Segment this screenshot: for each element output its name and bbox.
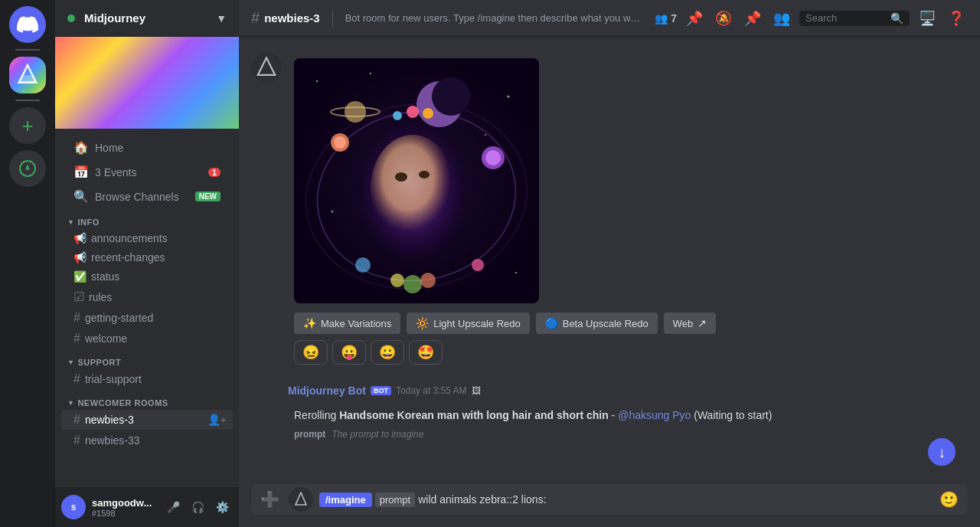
reaction-star-eyes[interactable]: 🤩: [409, 340, 443, 365]
category-support[interactable]: ▼ SUPPORT: [55, 355, 239, 368]
input-user-avatar: [289, 487, 313, 512]
members-icon: 👥: [655, 12, 668, 25]
channel-announcements[interactable]: 📢 announcements: [61, 229, 233, 247]
channel-recent-changes[interactable]: 📢 recent-changes: [61, 248, 233, 267]
server-dropdown-arrow: ▼: [216, 12, 227, 25]
svg-point-26: [407, 106, 419, 118]
headphones-button[interactable]: 🎧: [187, 496, 208, 518]
light-upscale-icon: 🔆: [416, 317, 429, 329]
svg-point-6: [370, 73, 371, 74]
members-count: 👥 7: [655, 12, 677, 25]
user-tag: #1598: [92, 509, 156, 518]
user-info: samgoodw... #1598: [92, 497, 156, 518]
svg-point-2: [26, 167, 29, 170]
home-nav-item[interactable]: 🏠 Home: [61, 136, 233, 159]
home-icon: 🏠: [74, 140, 89, 155]
add-user-icon[interactable]: 👤+: [207, 414, 227, 426]
message-meta-row: Midjourney Bot BOT Today at 3:55 AM 🖼: [288, 385, 481, 397]
svg-point-7: [485, 134, 486, 136]
svg-point-8: [332, 211, 334, 213]
add-server-icon[interactable]: +: [9, 107, 46, 144]
channel-list: 🏠 Home 📅 3 Events 1 🔍 Browse Channels NE…: [55, 129, 239, 487]
svg-point-17: [472, 259, 484, 271]
monitor-icon[interactable]: 🖥️: [916, 7, 939, 30]
online-indicator: [67, 15, 75, 22]
web-button[interactable]: Web ↗: [664, 313, 717, 334]
attach-icon[interactable]: ➕: [257, 484, 283, 515]
server-divider: [15, 49, 40, 51]
settings-button[interactable]: ⚙️: [211, 496, 233, 518]
announce-icon-2: 📢: [74, 251, 87, 264]
bookmark-icon[interactable]: 📌: [741, 7, 764, 30]
members-list-icon[interactable]: 👥: [770, 7, 793, 30]
category-info[interactable]: ▼ INFO: [55, 214, 239, 228]
dnd-icon[interactable]: 🔕: [712, 7, 735, 30]
reaction-smile[interactable]: 😀: [371, 340, 404, 365]
scroll-arrow-icon: ↓: [938, 444, 946, 461]
channel-welcome[interactable]: # welcome: [61, 329, 233, 349]
channel-name-label: newbies-3: [264, 11, 320, 25]
svg-point-15: [485, 150, 501, 165]
support-arrow: ▼: [67, 358, 74, 366]
channel-newbies-3[interactable]: # newbies-3 👤+: [61, 410, 233, 430]
emoji-reactions: 😖 😛 😀 🤩: [294, 340, 968, 365]
svg-point-28: [423, 108, 433, 119]
prompt-hint-text: The prompt to imagine: [332, 429, 423, 440]
announce-icon: 📢: [74, 232, 87, 244]
search-input[interactable]: [805, 12, 886, 24]
svg-point-13: [334, 136, 346, 149]
search-icon: 🔍: [890, 12, 903, 25]
hash-icon-rules: ☑: [74, 290, 84, 304]
midjourney-bot-avatar: [251, 52, 282, 83]
reroll-message: Rerolling Handsome Korean man with long …: [239, 408, 980, 423]
reaction-tired[interactable]: 😖: [294, 340, 328, 365]
message-preview-row: Midjourney Bot BOT Today at 3:55 AM 🖼: [239, 374, 980, 408]
mention-link[interactable]: @haksung Pyo: [618, 409, 691, 421]
server-header[interactable]: Midjourney ▼: [55, 0, 239, 37]
message-input[interactable]: [418, 493, 933, 506]
bot-author-name[interactable]: Midjourney Bot: [288, 385, 366, 397]
browse-channels-nav-item[interactable]: 🔍 Browse Channels NEW: [61, 185, 233, 208]
server-name: Midjourney: [84, 11, 145, 25]
explore-servers-icon[interactable]: [9, 150, 46, 187]
newcomer-arrow: ▼: [67, 399, 74, 407]
emoji-picker-icon[interactable]: 🙂: [936, 484, 962, 515]
svg-point-16: [355, 257, 371, 273]
category-newcomer[interactable]: ▼ NEWCOMER ROOMS: [55, 395, 239, 409]
channel-newbies-33[interactable]: # newbies-33: [61, 430, 233, 450]
input-content: /imagine prompt: [319, 486, 933, 513]
browse-new-badge: NEW: [195, 191, 220, 201]
discord-home-icon[interactable]: [9, 6, 46, 43]
message-content-1: ✨ Make Variations 🔆 Light Upscale Redo 🔵…: [294, 52, 968, 365]
midjourney-avatar-2: [251, 375, 282, 406]
svg-point-24: [395, 172, 407, 182]
message-group-1: ✨ Make Variations 🔆 Light Upscale Redo 🔵…: [239, 49, 980, 368]
svg-point-27: [393, 111, 402, 120]
mic-button[interactable]: 🎤: [162, 496, 184, 518]
browse-icon: 🔍: [74, 189, 89, 204]
category-arrow: ▼: [67, 218, 74, 226]
channel-rules[interactable]: ☑ rules: [61, 286, 233, 307]
top-bar-icons: 👥 7 📌 🔕 📌 👥 🔍 🖥️ ❓: [655, 7, 968, 30]
external-link-icon: ↗: [697, 317, 707, 329]
messages-area[interactable]: ✨ Make Variations 🔆 Light Upscale Redo 🔵…: [239, 37, 980, 484]
reaction-tongue[interactable]: 😛: [332, 340, 366, 365]
server-icon-midjourney[interactable]: [9, 57, 46, 93]
light-upscale-redo-button[interactable]: 🔆 Light Upscale Redo: [407, 313, 529, 334]
make-variations-button[interactable]: ✨ Make Variations: [294, 313, 400, 334]
pin-icon[interactable]: 📌: [683, 7, 706, 30]
scroll-to-bottom-button[interactable]: ↓: [928, 438, 956, 466]
events-nav-item[interactable]: 📅 3 Events 1: [61, 160, 233, 184]
channel-trial-support[interactable]: # trial-support: [61, 369, 233, 389]
message-image-container: [294, 58, 539, 303]
slash-command-label: /imagine: [319, 493, 372, 507]
channel-status[interactable]: ✅ status: [61, 267, 233, 286]
user-panel: s samgoodw... #1598 🎤 🎧 ⚙️: [55, 487, 239, 527]
svg-point-25: [419, 171, 430, 178]
help-icon[interactable]: ❓: [945, 7, 968, 30]
channel-getting-started[interactable]: # getting-started: [61, 308, 233, 328]
beta-upscale-redo-button[interactable]: 🔵 Beta Upscale Redo: [536, 313, 658, 334]
variations-icon: ✨: [303, 317, 316, 329]
beta-upscale-icon: 🔵: [545, 317, 558, 329]
search-box[interactable]: 🔍: [799, 11, 910, 26]
